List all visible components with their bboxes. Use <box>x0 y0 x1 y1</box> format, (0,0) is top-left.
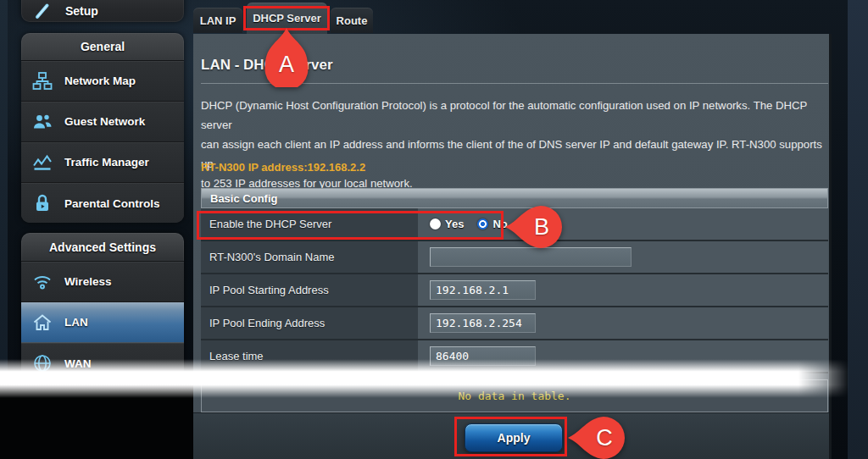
sidebar-item-guest-network[interactable]: Guest Network <box>21 102 184 142</box>
sidebar-item-parental-controls[interactable]: Parental Controls <box>21 183 184 223</box>
row-ip-pool-start: IP Pool Starting Address <box>201 274 828 307</box>
traffic-manager-icon <box>32 152 55 173</box>
router-admin-page: Setup General Network Map G <box>0 0 868 459</box>
tab-label: LAN IP <box>200 14 236 27</box>
router-ip-note: RT-N300 IP address:192.168.2.2 <box>201 161 365 174</box>
row-label: IP Pool Ending Address <box>201 307 418 339</box>
row-ip-pool-end: IP Pool Ending Address <box>201 307 828 340</box>
sidebar-item-label: Guest Network <box>64 115 145 128</box>
annotation-rect-enable-row <box>197 211 504 240</box>
sidebar-item-label: Parental Controls <box>64 197 160 210</box>
sidebar-item-traffic-manager[interactable]: Traffic Manager <box>21 142 184 183</box>
dhcp-description: DHCP (Dynamic Host Configuration Protoco… <box>201 96 832 193</box>
sidebar-section-title: Advanced Settings <box>21 233 184 262</box>
guest-network-icon <box>32 112 55 132</box>
wireless-icon <box>32 272 55 292</box>
left-edge-strip <box>0 0 8 385</box>
sidebar-item-label: Wireless <box>64 275 111 288</box>
annotation-marker-a-letter: A <box>263 53 310 76</box>
sidebar-item-label: LAN <box>64 316 88 329</box>
sidebar-section-general: General Network Map Guest Network <box>21 33 184 223</box>
tab-lan-ip[interactable]: LAN IP <box>193 8 242 33</box>
sidebar-item-label: Traffic Manager <box>64 156 149 169</box>
ip-pool-end-input[interactable] <box>430 313 536 333</box>
parental-controls-icon <box>32 193 55 213</box>
sidebar-item-network-map[interactable]: Network Map <box>21 61 184 102</box>
sidebar-item-label: Network Map <box>64 75 136 87</box>
sidebar-section-advanced-settings: Advanced Settings Wireless LAN <box>21 233 184 377</box>
lan-home-icon <box>32 312 55 333</box>
sidebar-item-wireless[interactable]: Wireless <box>21 262 184 302</box>
tab-label: Route <box>337 14 368 27</box>
annotation-marker-c-letter: C <box>587 426 622 450</box>
annotation-marker-b-letter: B <box>524 215 559 239</box>
sidebar-item-setup[interactable]: Setup <box>21 0 184 22</box>
description-line: DHCP (Dynamic Host Configuration Protoco… <box>201 96 832 135</box>
annotation-rect-apply <box>454 417 567 456</box>
row-label: RT-N300's Domain Name <box>201 241 418 273</box>
right-edge-strip <box>848 0 868 459</box>
sidebar-section-title: General <box>21 33 184 61</box>
network-map-icon <box>32 71 55 91</box>
sidebar-item-lan[interactable]: LAN <box>21 302 184 343</box>
ip-pool-start-input[interactable] <box>430 280 536 300</box>
tab-route[interactable]: Route <box>331 8 373 33</box>
row-label: IP Pool Starting Address <box>201 274 418 306</box>
setup-pencil-icon <box>33 1 56 21</box>
white-splice-band <box>0 359 849 398</box>
sidebar-item-label: Setup <box>65 4 98 18</box>
